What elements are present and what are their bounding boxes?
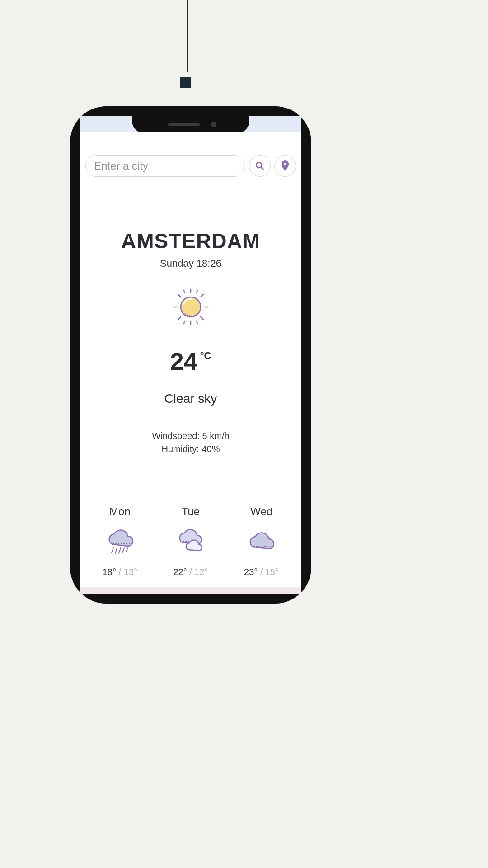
temperature-row: 24 °C [170,347,211,375]
forecast-temps: 23° / 15° [244,567,279,577]
city-name: AMSTERDAM [121,229,260,253]
forecast-lo: 12° [194,567,208,577]
search-row [84,155,297,177]
forecast-day: Mon 18° / 13° [103,505,137,577]
forecast-day: Wed 23° / 15° [244,505,279,577]
svg-point-2 [284,163,286,165]
weather-meta: Windspeed: 5 km/h Humidity: 40% [152,429,229,456]
partly-cloudy-icon [174,527,207,558]
forecast-lo: 15° [265,567,279,577]
weather-condition: Clear sky [164,392,217,406]
phone-notch [132,116,249,133]
svg-line-16 [112,548,113,552]
windspeed-label: Windspeed: 5 km/h [152,429,229,443]
search-icon [255,161,265,171]
forecast-temps: 22° / 12° [173,567,208,577]
phone-power-button [301,227,305,277]
phone-mute-switch [76,189,80,207]
forecast-temps: 18° / 13° [103,567,137,577]
forecast-hi: 22° [173,567,187,577]
cloud-icon [245,527,278,558]
phone-volume-up [76,218,80,250]
svg-line-18 [119,548,121,553]
phone-frame: AMSTERDAM Sunday 18:26 [70,106,311,604]
forecast-day-name: Tue [182,505,200,518]
search-button[interactable] [249,155,271,177]
forecast-day-name: Mon [109,505,131,518]
date-time: Sunday 18:26 [160,258,221,269]
decorative-square [180,77,191,88]
svg-line-10 [178,317,181,320]
svg-line-13 [184,321,185,324]
forecast-hi: 18° [103,567,116,577]
current-weather-icon [170,287,211,329]
svg-line-8 [201,317,203,320]
svg-line-11 [184,290,185,293]
forecast-hi: 23° [244,567,258,577]
svg-line-1 [261,167,264,170]
forecast-day-name: Wed [250,505,272,518]
svg-line-7 [178,294,181,297]
svg-line-19 [122,548,124,552]
sun-icon [170,287,211,327]
app-screen: AMSTERDAM Sunday 18:26 [80,132,301,587]
current-location-button[interactable] [274,155,296,177]
temperature-unit: °C [200,350,211,362]
svg-point-15 [181,297,201,317]
city-search-input[interactable] [85,155,245,177]
svg-line-17 [115,548,117,553]
phone-volume-down [76,261,80,293]
temperature-value: 24 [170,347,197,375]
svg-line-20 [126,548,128,552]
location-icon [280,160,290,171]
humidity-label: Humidity: 40% [152,443,229,456]
svg-line-14 [197,321,197,324]
forecast-day: Tue 22° / 12° [173,505,208,577]
svg-line-9 [201,294,203,297]
forecast-row: Mon 18° / 13° [84,505,297,577]
forecast-lo: 13° [124,567,137,577]
decorative-line [187,0,188,72]
footer-bar [80,587,301,594]
rain-cloud-icon [103,527,136,558]
svg-line-12 [197,290,197,293]
